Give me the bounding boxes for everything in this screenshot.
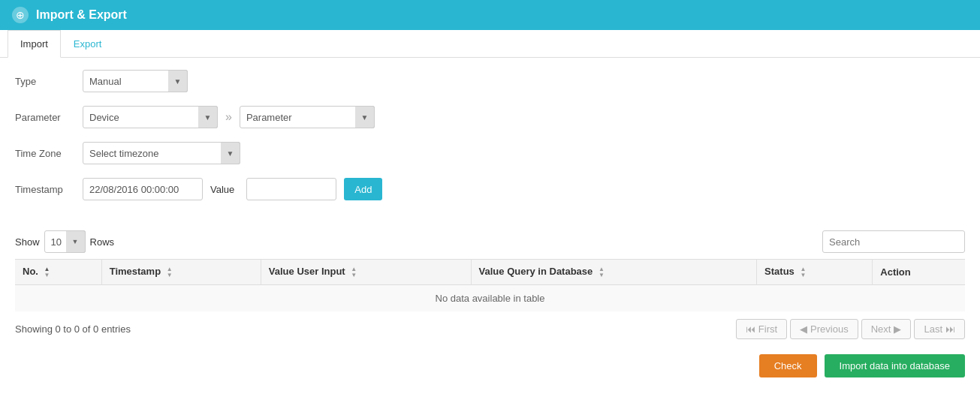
col-no: No. ▲ ▼: [15, 260, 101, 285]
parameter-row: Parameter Device ▼ » Parameter ▼: [15, 106, 965, 128]
app-header: ⊕ Import & Export: [0, 0, 980, 30]
arrow-right-icon: »: [225, 110, 232, 124]
app-icon: ⊕: [12, 7, 29, 23]
last-button[interactable]: Last ⏭: [914, 319, 965, 339]
timestamp-input[interactable]: [83, 178, 203, 200]
search-input[interactable]: [822, 230, 965, 253]
value-user-input-sort-icon: ▲▼: [351, 266, 357, 278]
entries-info: Showing 0 to 0 of 0 entries: [15, 323, 131, 335]
rows-select-wrapper: 10 25 50 100 ▼: [44, 230, 86, 253]
last-icon: ⏭: [945, 323, 955, 335]
type-select-wrapper: Manual Auto ▼: [83, 70, 188, 92]
previous-icon: ◀: [800, 323, 807, 335]
pagination-buttons: ⏮ First ◀ Previous Next ▶ Last ⏭: [736, 319, 965, 339]
show-rows-control: Show 10 25 50 100 ▼ Rows: [15, 230, 114, 253]
rows-label: Rows: [90, 236, 115, 248]
timezone-label: Time Zone: [15, 148, 83, 159]
timezone-select[interactable]: Select timezone: [83, 142, 240, 164]
value-label: Value: [210, 184, 234, 195]
empty-message: No data available in table: [15, 284, 965, 311]
next-icon: ▶: [894, 323, 901, 335]
tab-export[interactable]: Export: [61, 30, 115, 58]
col-timestamp: Timestamp ▲▼: [101, 260, 261, 285]
tab-bar: Import Export: [0, 30, 980, 58]
table-controls: Show 10 25 50 100 ▼ Rows: [0, 226, 980, 259]
app-title: Import & Export: [36, 8, 127, 22]
device-select-wrapper: Device ▼: [83, 106, 218, 128]
import-button[interactable]: Import data into database: [825, 354, 965, 377]
tab-import[interactable]: Import: [8, 30, 61, 58]
col-value-query-db: Value Query in Database ▲▼: [471, 260, 757, 285]
add-button[interactable]: Add: [344, 178, 382, 200]
check-button[interactable]: Check: [759, 354, 817, 377]
pagination-row: Showing 0 to 0 of 0 entries ⏮ First ◀ Pr…: [0, 311, 980, 347]
table-header-row: No. ▲ ▼ Timestamp ▲▼ Value User Input ▲▼: [15, 260, 965, 285]
type-label: Type: [15, 76, 83, 87]
col-action: Action: [873, 260, 965, 285]
timezone-row: Time Zone Select timezone ▼: [15, 142, 965, 164]
no-sort-icon: ▲ ▼: [44, 266, 50, 278]
value-input[interactable]: [246, 178, 336, 200]
value-query-db-sort-icon: ▲▼: [599, 266, 605, 278]
next-button[interactable]: Next ▶: [861, 319, 912, 339]
status-sort-icon: ▲▼: [800, 266, 806, 278]
data-table: No. ▲ ▼ Timestamp ▲▼ Value User Input ▲▼: [15, 259, 965, 311]
rows-select[interactable]: 10 25 50 100: [44, 230, 86, 253]
form-area: Type Manual Auto ▼ Parameter Device ▼ » …: [0, 58, 980, 226]
previous-button[interactable]: ◀ Previous: [790, 319, 858, 339]
device-select[interactable]: Device: [83, 106, 218, 128]
timezone-select-wrapper: Select timezone ▼: [83, 142, 240, 164]
param-select[interactable]: Parameter: [240, 106, 375, 128]
parameter-label: Parameter: [15, 112, 83, 123]
table-wrapper: No. ▲ ▼ Timestamp ▲▼ Value User Input ▲▼: [0, 259, 980, 311]
timestamp-row: Timestamp Value Add: [15, 178, 965, 200]
first-icon: ⏮: [746, 323, 755, 335]
show-label: Show: [15, 236, 40, 248]
timestamp-sort-icon: ▲▼: [167, 266, 173, 278]
col-status: Status ▲▼: [757, 260, 873, 285]
param-select-wrapper: Parameter ▼: [240, 106, 375, 128]
col-value-user-input: Value User Input ▲▼: [261, 260, 471, 285]
first-button[interactable]: ⏮ First: [736, 319, 787, 339]
type-select[interactable]: Manual Auto: [83, 70, 188, 92]
footer-buttons: Check Import data into database: [0, 347, 980, 385]
timestamp-label: Timestamp: [15, 184, 83, 195]
empty-row: No data available in table: [15, 284, 965, 311]
type-row: Type Manual Auto ▼: [15, 70, 965, 92]
